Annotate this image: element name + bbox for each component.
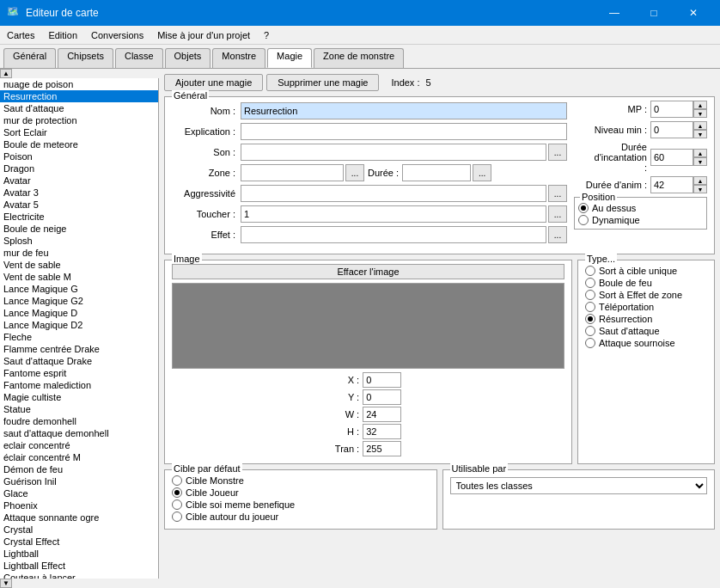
sidebar-item[interactable]: Lance Magique G — [0, 283, 158, 295]
clear-image-button[interactable]: Effacer l'image — [172, 264, 564, 279]
close-button[interactable]: ✕ — [674, 0, 713, 26]
position-au-dessus[interactable]: Au dessus — [578, 203, 703, 213]
sidebar-item[interactable]: Démon de feu — [0, 463, 158, 475]
tab-objets[interactable]: Objets — [165, 48, 211, 68]
sidebar-item[interactable]: Glace — [0, 487, 158, 499]
sidebar-item[interactable]: Fleche — [0, 331, 158, 343]
menu-conversions[interactable]: Conversions — [84, 26, 150, 44]
sidebar-item[interactable]: Guérison Inil — [0, 475, 158, 487]
zone-browse-button[interactable]: ... — [345, 164, 364, 181]
sidebar-item[interactable]: Lightball Effect — [0, 560, 158, 572]
sidebar-item[interactable]: Crystal Effect — [0, 536, 158, 548]
agressivite-browse-button[interactable]: ... — [548, 185, 567, 202]
utilisable-select[interactable]: Toutes les classes — [450, 477, 708, 494]
sidebar-item[interactable]: Flamme centrée Drake — [0, 343, 158, 355]
cible-radio-item[interactable]: Cible autour du joueur — [172, 511, 430, 522]
sidebar-item[interactable]: Avatar — [0, 175, 158, 187]
agressivite-input[interactable] — [241, 185, 546, 202]
sidebar-item[interactable]: nuage de poison — [0, 78, 158, 90]
duree-inc-down[interactable]: ▼ — [693, 157, 707, 166]
cible-radio-item[interactable]: Cible Monstre — [172, 475, 430, 486]
y-input[interactable] — [363, 389, 401, 405]
sidebar-item[interactable]: Attaque sonnante ogre — [0, 511, 158, 524]
son-browse-button[interactable]: ... — [548, 144, 567, 161]
sidebar-item[interactable]: Lance Magique D — [0, 307, 158, 319]
add-magie-button[interactable]: Ajouter une magie — [164, 74, 263, 91]
sidebar-item[interactable]: eclair concentré — [0, 439, 158, 451]
sidebar-item[interactable]: Saut d'attaque Drake — [0, 355, 158, 367]
sidebar-item[interactable]: Phoenix — [0, 499, 158, 511]
sidebar-item[interactable]: mur de protection — [0, 114, 158, 126]
sidebar-item[interactable]: Dragon — [0, 162, 158, 175]
sidebar-item[interactable]: Avatar 3 — [0, 187, 158, 199]
type-radio-item[interactable]: Téléportation — [585, 302, 707, 312]
type-radio-item[interactable]: Sort à Effet de zone — [585, 290, 707, 300]
sidebar-item[interactable]: Lance Magique G2 — [0, 295, 158, 307]
mp-up[interactable]: ▲ — [693, 101, 707, 109]
menu-help[interactable]: ? — [257, 26, 276, 44]
effet-browse-button[interactable]: ... — [548, 226, 567, 243]
sidebar-item[interactable]: mur de feu — [0, 247, 158, 259]
explication-input[interactable] — [241, 123, 567, 140]
type-radio-item[interactable]: Sort à cible unique — [585, 266, 707, 276]
menu-miseajour[interactable]: Mise à jour d'un projet — [150, 26, 257, 44]
menu-cartes[interactable]: Cartes — [0, 26, 41, 44]
toucher-browse-button[interactable]: ... — [548, 205, 567, 223]
sidebar-item[interactable]: Boule de neige — [0, 223, 158, 235]
cible-radio-item[interactable]: Cible Joueur — [172, 487, 430, 498]
zone-input[interactable] — [241, 164, 344, 181]
duree-browse-button[interactable]: ... — [473, 164, 491, 181]
tab-magie[interactable]: Magie — [267, 48, 312, 68]
sidebar-item[interactable]: foudre demonhell — [0, 415, 158, 427]
sidebar-item[interactable]: Avatar 5 — [0, 199, 158, 211]
tran-input[interactable] — [363, 441, 401, 456]
tab-monstre[interactable]: Monstre — [212, 48, 265, 68]
nom-input[interactable] — [241, 102, 567, 119]
tab-chipsets[interactable]: Chipsets — [58, 48, 113, 68]
menu-edition[interactable]: Edition — [41, 26, 84, 44]
type-radio-item[interactable]: Boule de feu — [585, 278, 707, 288]
effet-input[interactable] — [241, 226, 546, 243]
niveau-input[interactable] — [650, 121, 693, 138]
niveau-up[interactable]: ▲ — [693, 121, 707, 130]
sidebar-item[interactable]: Fantome malediction — [0, 379, 158, 391]
sidebar-item[interactable]: Fantome esprit — [0, 367, 158, 379]
sidebar-item[interactable]: Crystal — [0, 524, 158, 536]
sidebar-item[interactable]: Lightball — [0, 548, 158, 560]
duree-anim-input[interactable] — [650, 176, 693, 193]
sidebar-item[interactable]: Poison — [0, 150, 158, 162]
type-radio-item[interactable]: Attaque sournoise — [585, 338, 707, 348]
sidebar-item[interactable]: Vent de sable M — [0, 271, 158, 283]
duree-inc-up[interactable]: ▲ — [693, 149, 707, 157]
sidebar-scroll-down[interactable]: ▼ — [0, 579, 12, 588]
tab-classe[interactable]: Classe — [115, 48, 163, 68]
sidebar-item[interactable]: Resurrection — [0, 90, 158, 102]
duree-anim-up[interactable]: ▲ — [693, 176, 707, 185]
toucher-input[interactable] — [241, 205, 546, 223]
sidebar-item[interactable]: Couteau à lancer — [0, 572, 158, 579]
sidebar-item[interactable]: Statue — [0, 403, 158, 415]
sidebar-item[interactable]: Lance Magique D2 — [0, 319, 158, 331]
position-dynamique[interactable]: Dynamique — [578, 215, 703, 225]
sidebar-item[interactable]: Sort Eclair — [0, 126, 158, 138]
sidebar-item[interactable]: éclair concentré M — [0, 451, 158, 463]
cible-radio-item[interactable]: Cible soi meme benefique — [172, 499, 430, 510]
mp-input[interactable] — [650, 101, 693, 118]
niveau-down[interactable]: ▼ — [693, 130, 707, 138]
mp-down[interactable]: ▼ — [693, 109, 707, 118]
duree-inc-input[interactable] — [650, 149, 693, 166]
remove-magie-button[interactable]: Supprimer une magie — [266, 74, 379, 91]
minimize-button[interactable]: — — [595, 0, 634, 26]
x-input[interactable] — [363, 372, 401, 388]
w-input[interactable] — [363, 407, 401, 422]
type-radio-item[interactable]: Résurrection — [585, 314, 707, 324]
sidebar-item[interactable]: Electricite — [0, 211, 158, 223]
h-input[interactable] — [363, 424, 401, 439]
tab-zone-monstre[interactable]: Zone de monstre — [314, 48, 404, 68]
sidebar-item[interactable]: Boule de meteore — [0, 138, 158, 150]
sidebar-item[interactable]: Vent de sable — [0, 259, 158, 271]
sidebar-scroll-up[interactable]: ▲ — [0, 69, 12, 78]
sidebar-item[interactable]: Splosh — [0, 235, 158, 247]
sidebar-item[interactable]: Saut d'attaque — [0, 102, 158, 114]
maximize-button[interactable]: □ — [634, 0, 674, 26]
